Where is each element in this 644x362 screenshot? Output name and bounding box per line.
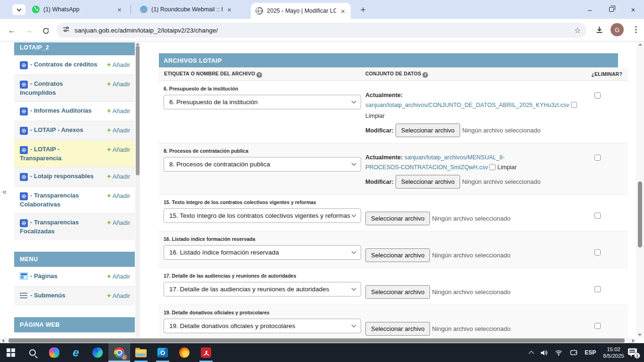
tab-whatsapp[interactable]: (1) WhatsApp × [27, 0, 127, 19]
bookmark-star-icon[interactable]: ☆ [574, 26, 581, 35]
add-link[interactable]: +Añadir [107, 272, 130, 280]
tab-lotaip-active[interactable]: 2025 - Mayo | Modificar LOTAIP × [251, 3, 351, 19]
delete-checkbox[interactable] [594, 92, 601, 99]
sidebar-item-label[interactable]: - Transparencias Focalizadas [20, 219, 79, 235]
sidebar-item-label[interactable]: - LOTAIP - Anexos [30, 126, 83, 133]
help-icon[interactable]: ? [422, 72, 428, 78]
current-file-link[interactable]: sanjuan/lotaip_archivos/CONJUNTO_DE_DATO… [365, 102, 569, 108]
start-button[interactable] [0, 343, 22, 362]
page-horizontal-scrollbar[interactable] [0, 338, 636, 343]
add-link[interactable]: +Añadir [107, 191, 130, 199]
sidebar-item-transparencias-focalizadas[interactable]: - Transparencias Focalizadas +Añadir [14, 213, 135, 240]
network-button[interactable] [551, 349, 566, 356]
profile-avatar[interactable]: G [611, 23, 624, 36]
taskbar-edge-button[interactable] [87, 343, 108, 362]
sidebar-item-submenus[interactable]: - Submenús +Añadir [14, 286, 135, 305]
sidebar-item-label[interactable]: - Páginas [30, 272, 58, 280]
scroll-left-icon[interactable] [2, 339, 4, 343]
sidebar-item-contratos-incumplidos[interactable]: - Contratos incumplidos +Añadir [14, 74, 135, 101]
close-icon[interactable]: × [225, 6, 233, 14]
language-indicator[interactable]: ESP [581, 349, 599, 356]
sidebar-item-label[interactable]: - Transparencias Colaborativas [20, 192, 79, 208]
taskbar-acrobat-button[interactable] [195, 343, 217, 362]
close-window-button[interactable]: × [622, 0, 644, 19]
delete-checkbox[interactable] [594, 155, 601, 161]
scroll-up-icon[interactable] [136, 43, 140, 45]
choose-file-button[interactable]: Seleccionar archivo [365, 322, 430, 336]
reload-button[interactable] [40, 25, 52, 37]
choose-file-button[interactable]: Seleccionar archivo [396, 175, 460, 189]
sidebar-item-label[interactable]: - Submenús [30, 292, 65, 299]
add-link[interactable]: +Añadir [107, 126, 130, 134]
notification-center-button[interactable]: 1 [628, 348, 639, 357]
taskbar-chrome-button[interactable]: G [108, 343, 130, 362]
add-link[interactable]: +Añadir [107, 291, 130, 299]
delete-checkbox[interactable] [594, 249, 601, 255]
maximize-button[interactable] [601, 0, 622, 19]
url-bar[interactable]: sanjuan.gob.ec/admin/lotaip_2/lotaipv2/2… [57, 23, 586, 38]
site-settings-icon[interactable] [62, 25, 70, 35]
scroll-up-icon[interactable] [638, 43, 642, 46]
sidebar-item-informes-auditorias[interactable]: - Informes Auditorías +Añadir [14, 101, 135, 121]
taskbar-copilot-button[interactable] [43, 343, 65, 362]
file-name-select[interactable]: 16. Listado índice formación reservada [164, 245, 361, 260]
close-icon[interactable]: × [339, 7, 347, 15]
sidebar-collapse-button[interactable]: « [2, 188, 7, 196]
sidebar-scrollbar-thumb[interactable] [136, 46, 140, 175]
add-link[interactable]: +Añadir [107, 80, 130, 88]
sidebar-item-label[interactable]: - Lotaip responsables [30, 173, 93, 180]
add-link[interactable]: +Añadir [107, 145, 130, 153]
sidebar-item-lotaip-anexos[interactable]: - LOTAIP - Anexos +Añadir [14, 121, 135, 140]
page-vertical-scrollbar[interactable] [636, 41, 644, 338]
choose-file-button[interactable]: Seleccionar archivo [396, 123, 460, 137]
clear-checkbox[interactable] [489, 164, 495, 170]
file-name-select[interactable]: 6. Presupuesto de la institución [164, 95, 361, 109]
add-link[interactable]: +Añadir [107, 107, 130, 115]
close-icon[interactable]: × [116, 6, 124, 14]
meet-now-button[interactable] [566, 349, 581, 356]
new-tab-button[interactable]: + [357, 4, 369, 16]
forward-button[interactable]: → [23, 25, 35, 37]
sidebar-item-paginas[interactable]: - Páginas +Añadir [14, 267, 135, 286]
taskbar-firefox-button[interactable] [173, 343, 195, 362]
volume-button[interactable] [537, 349, 551, 357]
menu-dots-icon[interactable]: ⋮ [632, 25, 640, 34]
help-icon[interactable]: ? [256, 72, 262, 78]
choose-file-button[interactable]: Seleccionar archivo [365, 212, 430, 225]
tray-expand-button[interactable] [526, 350, 537, 355]
tab-search-button[interactable] [12, 4, 25, 15]
minimize-button[interactable]: – [579, 0, 601, 19]
choose-file-button[interactable]: Seleccionar archivo [365, 285, 430, 299]
taskbar-search-button[interactable] [22, 343, 43, 362]
scroll-right-icon[interactable] [632, 339, 635, 343]
add-link[interactable]: +Añadir [107, 218, 130, 226]
file-name-select[interactable]: 17. Detalle de las audiencias y reunione… [164, 282, 361, 296]
sidebar-item-lotaip-transparencia[interactable]: - LOTAIP - Transparencia +Añadir [14, 140, 135, 167]
tab-roundcube[interactable]: (1) Roundcube Webmail :: Entra × [135, 0, 237, 19]
file-name-select[interactable]: 8. Procesos de contratación publica [164, 157, 361, 172]
taskbar-clock[interactable]: 15:02 8/5/2025 [599, 346, 628, 359]
delete-checkbox[interactable] [594, 323, 601, 329]
sidebar-scrollbar[interactable] [135, 42, 140, 338]
sidebar-item-label[interactable]: - Informes Auditorías [30, 107, 91, 114]
delete-checkbox[interactable] [594, 286, 601, 292]
url-text[interactable]: sanjuan.gob.ec/admin/lotaip_2/lotaipv2/2… [74, 27, 570, 34]
sidebar-item-contratos-creditos[interactable]: - Contratos de créditos +Añadir [14, 55, 135, 74]
scroll-down-icon[interactable] [638, 334, 642, 336]
back-button[interactable]: ← [6, 25, 18, 37]
choose-file-button[interactable]: Seleccionar archivo [365, 248, 430, 262]
add-link[interactable]: +Añadir [107, 60, 130, 68]
taskbar-ie-button[interactable]: e [65, 343, 87, 362]
taskbar-outlook-button[interactable]: O [152, 343, 173, 362]
vertical-scrollbar-thumb[interactable] [638, 181, 642, 247]
horizontal-scrollbar-thumb[interactable] [8, 338, 625, 343]
taskbar-explorer-button[interactable] [130, 343, 152, 362]
sidebar-item-lotaip-responsables[interactable]: - Lotaip responsables +Añadir [14, 167, 135, 186]
delete-checkbox[interactable] [594, 213, 601, 219]
add-link[interactable]: +Añadir [107, 172, 130, 180]
file-name-select[interactable]: 15. Texto íntegro de los contratos colec… [164, 208, 361, 223]
clear-checkbox[interactable] [571, 102, 577, 108]
download-icon[interactable] [595, 25, 604, 36]
file-name-select[interactable]: 19. Detalle donativos oficiales y protoc… [164, 319, 361, 333]
sidebar-item-transparencias-colaborativas[interactable]: - Transparencias Colaborativas +Añadir [14, 186, 135, 213]
